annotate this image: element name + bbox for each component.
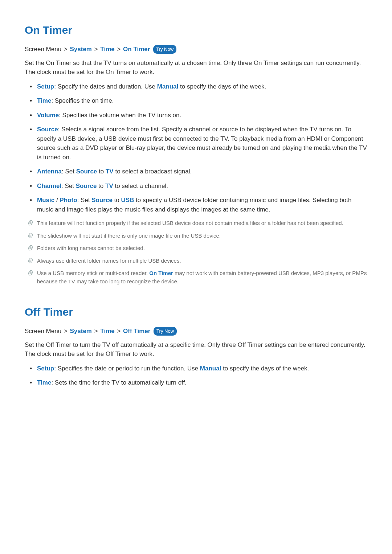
breadcrumb-prefix: Screen Menu — [25, 46, 61, 53]
keyword: Channel — [37, 182, 61, 189]
keyword: Music — [37, 197, 54, 204]
keyword: USB — [121, 197, 134, 204]
svg-line-11 — [29, 248, 32, 249]
keyword: Source — [76, 168, 97, 175]
bullet-list: Setup: Specify the dates and duration. U… — [25, 82, 367, 214]
keyword: Volume — [37, 112, 59, 119]
svg-line-6 — [29, 235, 32, 235]
svg-line-2 — [29, 222, 32, 223]
note-item: The slideshow will not start if there is… — [25, 232, 367, 240]
breadcrumb-separator: > — [115, 46, 123, 53]
keyword: Setup — [37, 365, 54, 372]
keyword: Time — [37, 97, 51, 104]
bullet-item: Antenna: Set Source to TV to select a br… — [25, 167, 367, 176]
keyword: Manual — [200, 365, 221, 372]
keyword: TV — [106, 168, 114, 175]
bullet-item: Setup: Specifies the date or period to r… — [25, 364, 367, 373]
breadcrumb-prefix: Screen Menu — [25, 328, 61, 335]
note-icon — [28, 233, 33, 238]
svg-line-3 — [29, 223, 32, 224]
breadcrumb-separator: > — [61, 328, 70, 335]
breadcrumb-separator: > — [61, 46, 70, 53]
try-now-button[interactable]: Try Now — [153, 45, 176, 54]
svg-line-18 — [29, 272, 32, 273]
keyword: Setup — [37, 83, 54, 90]
note-icon — [28, 270, 33, 276]
svg-line-19 — [29, 273, 32, 274]
section-title: Off Timer — [25, 304, 367, 320]
breadcrumb-separator: > — [92, 328, 100, 335]
svg-point-8 — [28, 245, 33, 251]
note-icon — [28, 245, 33, 251]
svg-line-15 — [29, 261, 32, 262]
bullet-item: Volume: Specifies the volume when the TV… — [25, 111, 367, 120]
breadcrumb: Screen Menu > System > Time > Off Timer … — [25, 327, 367, 336]
breadcrumb: Screen Menu > System > Time > On Timer T… — [25, 45, 367, 54]
svg-point-12 — [28, 258, 33, 263]
keyword: Source — [37, 126, 58, 133]
svg-point-4 — [28, 233, 33, 238]
bullet-item: Music / Photo: Set Source to USB to spec… — [25, 196, 367, 214]
breadcrumb-separator: > — [115, 328, 123, 335]
note-item: Folders with long names cannot be select… — [25, 244, 367, 253]
note-list: This feature will not function properly … — [25, 219, 367, 286]
note-item: Use a USB memory stick or multi-card rea… — [25, 269, 367, 286]
svg-line-10 — [29, 247, 32, 248]
svg-line-7 — [29, 236, 32, 237]
bullet-item: Channel: Set Source to TV to select a ch… — [25, 181, 367, 191]
keyword: Time — [37, 379, 51, 386]
note-item: This feature will not function properly … — [25, 219, 367, 227]
note-item: Always use different folder names for mu… — [25, 257, 367, 265]
section-intro: Set the Off Timer to turn the TV off aut… — [25, 340, 367, 359]
breadcrumb-item[interactable]: On Timer — [123, 46, 150, 53]
note-icon — [28, 258, 33, 263]
bullet-item: Time: Specifies the on time. — [25, 96, 367, 106]
bullet-item: Source: Selects a signal source from the… — [25, 125, 367, 162]
bullet-list: Setup: Specifies the date or period to r… — [25, 364, 367, 387]
svg-point-16 — [28, 270, 33, 276]
breadcrumb-item[interactable]: System — [70, 328, 92, 335]
svg-line-14 — [29, 260, 32, 260]
section-intro: Set the On Timer so that the TV turns on… — [25, 58, 367, 77]
section: On TimerScreen Menu > System > Time > On… — [25, 22, 367, 286]
svg-point-0 — [28, 220, 33, 226]
section-title: On Timer — [25, 22, 367, 38]
breadcrumb-item[interactable]: Time — [100, 46, 114, 53]
breadcrumb-item[interactable]: Time — [100, 328, 114, 335]
keyword: Manual — [157, 83, 179, 90]
breadcrumb-separator: > — [92, 46, 100, 53]
breadcrumb-item[interactable]: Off Timer — [123, 328, 150, 335]
keyword: Antenna — [37, 168, 62, 175]
breadcrumb-item[interactable]: System — [70, 46, 92, 53]
try-now-button[interactable]: Try Now — [154, 327, 177, 336]
bullet-item: Time: Sets the time for the TV to automa… — [25, 378, 367, 387]
keyword: Source — [91, 197, 113, 204]
note-icon — [28, 220, 33, 226]
keyword: On Timer — [149, 270, 173, 276]
keyword: TV — [105, 182, 113, 189]
bullet-item: Setup: Specify the dates and duration. U… — [25, 82, 367, 91]
keyword: Photo — [60, 197, 77, 204]
keyword: Source — [76, 182, 97, 189]
section: Off TimerScreen Menu > System > Time > O… — [25, 304, 367, 387]
